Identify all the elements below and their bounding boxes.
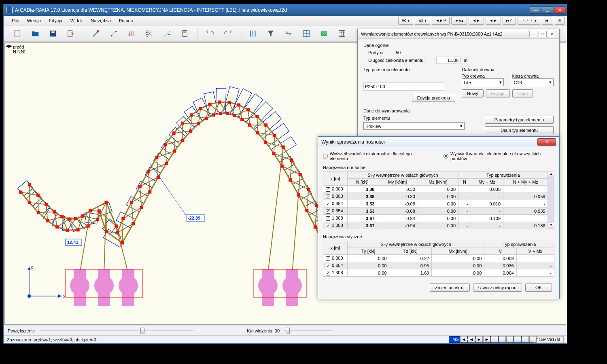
menu-narzedzia[interactable]: Narzędzia [87,17,115,24]
columns-icon[interactable] [247,28,259,39]
svg-rect-156 [28,201,31,204]
angle-slider[interactable] [284,330,333,331]
svg-rect-199 [208,103,212,106]
element-type-label: Typ elementu [363,116,482,121]
scissors-icon[interactable] [144,28,155,39]
menubar-btn-1[interactable]: ∧x ▾ [415,17,430,25]
svg-rect-157 [36,194,40,197]
svg-rect-163 [60,215,64,218]
length-label: Długość całkowita elementu: [368,58,433,63]
wood-class-select[interactable]: C18▾ [512,78,554,86]
wood-type-select[interactable]: Lite▾ [462,78,504,86]
menubar-btn-0[interactable]: ≡o ▾ [398,17,413,25]
forces-icon[interactable] [283,28,294,39]
wood-class-label: Klasa drewna [512,74,554,78]
h-scrollbar[interactable]: ◄◄►► [460,336,565,343]
nodes-icon[interactable] [108,28,119,39]
calculator-icon[interactable] [179,28,191,39]
svg-rect-165 [67,218,70,221]
svg-rect-197 [199,107,202,110]
loads-icon[interactable] [126,28,137,39]
svg-line-82 [47,205,48,221]
menubar-btn-6[interactable]: ▸/✓ [503,17,516,25]
save-icon[interactable] [47,28,59,39]
full-report-button[interactable]: Utwórz pełny raport [473,284,522,292]
change-section-button[interactable]: Zmień przekrój [430,284,470,292]
edit-button[interactable]: Edycja [486,89,510,97]
element-type-select[interactable]: Krokiew▾ [363,122,465,130]
svg-rect-154 [19,190,22,194]
svg-rect-208 [248,123,251,127]
new-file-icon[interactable] [12,28,23,39]
menu-edycja[interactable]: Edycja [45,17,66,24]
edit-bar-icon[interactable] [90,28,102,39]
sections-icon[interactable] [301,28,312,39]
menubar-btn-8[interactable]: ⏭ [542,17,553,25]
close-button[interactable]: ✕ [554,6,565,14]
new-button[interactable]: Nowy [462,89,484,97]
svg-text:+: + [168,32,170,36]
svg-marker-246 [58,294,62,298]
svg-line-132 [257,116,257,133]
shear-stress-label: Naprężenia styczne [323,234,554,239]
svg-line-99 [122,218,123,243]
menubar-btn-4[interactable]: ◄► [469,17,484,25]
svg-rect-179 [121,217,125,220]
panel1-max-icon[interactable]: □ [539,31,547,37]
svg-line-8 [112,31,116,36]
svg-rect-207 [246,108,250,111]
dimension-icon[interactable]: + [161,28,173,39]
redo-icon[interactable] [222,28,233,39]
svg-rect-189 [163,143,167,146]
radio-whole-element[interactable]: Wyświetl wartości ekstremalne dla całego… [323,151,427,161]
params-button[interactable]: Parametry typu elementu [485,116,554,124]
svg-rect-213 [273,134,276,137]
menubar-btn-7[interactable]: ⋮⋮⋮ ▾ [518,17,540,25]
svg-rect-173 [104,201,108,204]
undo-icon[interactable] [204,28,216,39]
menu-plik[interactable]: Plik [8,17,23,24]
svg-rect-176 [121,241,124,244]
svg-rect-185 [147,170,150,173]
svg-line-153 [292,174,300,273]
svg-rect-174 [105,230,108,233]
menubar-btn-9[interactable]: ≡ [555,17,565,25]
svg-text:3D: 3D [322,31,327,36]
svg-rect-164 [66,229,69,232]
delete-type-button[interactable]: Usuń typ elementu [485,126,554,134]
svg-point-251 [28,294,31,298]
section-name-field[interactable]: P250x100 [363,83,444,91]
panel1-min-icon[interactable]: — [529,31,537,37]
svg-rect-167 [74,217,77,220]
menubar-btn-3[interactable]: ►/₁₁ [451,17,467,25]
svg-rect-20 [183,31,186,33]
minimize-button[interactable]: — [530,6,541,14]
menubar-btn-5[interactable]: ◄► [486,17,501,25]
open-file-icon[interactable] [30,28,41,39]
panel2-close-button[interactable]: ✕ [537,138,556,146]
ok-button[interactable]: OK [525,284,552,292]
svg-text:12,41: 12,41 [67,240,79,245]
svg-rect-194 [197,122,200,125]
zoom-slider[interactable] [40,330,193,331]
panel1-close-icon[interactable]: ✕ [548,31,556,37]
menubar-btn-2[interactable]: ◄►¹¹ [432,17,450,25]
maximize-button[interactable]: □ [542,6,553,14]
svg-rect-214 [272,152,276,155]
edit-section-button[interactable]: Edycja przekroju [412,94,455,102]
grid-icon[interactable] [336,28,348,39]
svg-rect-172 [98,210,101,213]
menu-wersja[interactable]: Wersja [23,17,45,24]
radio-all-points[interactable]: Wyświetl wartości ekstremalne dla wszyst… [444,151,554,161]
svg-rect-188 [173,150,176,153]
delete-button[interactable]: Usuń [512,89,533,97]
menu-pomoc[interactable]: Pomoc [115,17,137,24]
export-icon[interactable] [65,28,76,39]
svg-rect-235 [262,269,274,306]
menu-widok[interactable]: Widok [66,17,87,24]
length-value: 1.308 [436,57,461,64]
window-title: ArCADia-RAMA 17.0 Licencja dla WEWNĘTRZN… [15,7,530,13]
table1-scrollbar[interactable]: ▲▼ [548,171,554,229]
3d-icon[interactable]: 3D [318,28,330,39]
filter-icon[interactable] [265,28,276,39]
